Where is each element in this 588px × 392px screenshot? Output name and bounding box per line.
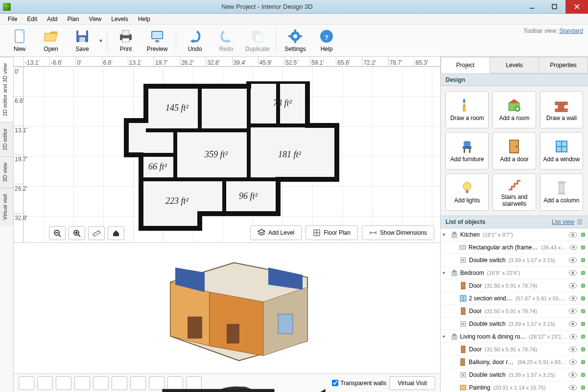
object-item-row[interactable]: Double switch (3.39 x 1.57 x 3.15) (441, 318, 588, 330)
expand-icon[interactable]: ▾ (443, 232, 448, 237)
redo-icon (218, 28, 234, 44)
show-dimensions-button[interactable]: Show Dimensions (362, 225, 434, 240)
menu-edit[interactable]: Edit (22, 15, 42, 24)
object-group-row[interactable]: ▾Kitchen (18'1" x 8'7") (441, 228, 588, 241)
object-item-row[interactable]: Door (31.50 x 5.91 x 78.74) (441, 343, 588, 356)
save-dropdown-caret[interactable]: ▾ (98, 37, 104, 44)
redo-button[interactable]: Redo (211, 26, 242, 55)
svg-marker-82 (509, 99, 519, 103)
tab-virtual[interactable]: Virtual visit (0, 188, 13, 226)
measure-button[interactable] (88, 226, 105, 240)
visibility-icon[interactable] (568, 257, 577, 264)
visibility-icon[interactable] (568, 384, 577, 391)
svg-point-136 (572, 322, 574, 325)
object-dimensions: (35.43 x 5... (541, 245, 567, 250)
object-name: Double switch (469, 320, 506, 327)
object-group-row[interactable]: ▾Living room & dining room (26'12" x 23'… (441, 330, 588, 343)
svg-rect-119 (451, 272, 457, 276)
svg-point-111 (572, 233, 574, 236)
add-stairs-button[interactable]: Stairs and stairwells (493, 173, 536, 211)
tab-2d[interactable]: 2D editor (0, 122, 13, 156)
tab-properties[interactable]: Properties (539, 57, 588, 74)
visibility-icon[interactable] (569, 295, 578, 302)
save-button[interactable]: Save (67, 26, 98, 55)
object-item-row[interactable]: Door (31.50 x 5.91 x 78.74) (441, 305, 588, 318)
list-view-toggle[interactable]: List view (552, 219, 583, 225)
object-item-row[interactable]: Painting (20.91 x 1.14 x 15.75) (441, 381, 588, 392)
add-door-button[interactable]: Add a door (493, 132, 536, 170)
visibility-icon[interactable] (568, 346, 577, 353)
minimize-button[interactable] (520, 0, 543, 14)
visibility-icon[interactable] (568, 270, 577, 276)
objects-list[interactable]: ▾Kitchen (18'1" x 8'7")Rectangular arch … (441, 228, 588, 392)
tab-levels[interactable]: Levels (490, 57, 539, 74)
sync-button[interactable] (19, 376, 34, 390)
floor-plan-canvas[interactable]: 0'6.6'13.1' 19.7'26.2'32.8' (14, 67, 440, 243)
tab-2d-3d[interactable]: 2D editor and 3D view (0, 57, 13, 122)
svg-point-132 (572, 310, 574, 312)
zoom-out-3d-button[interactable] (56, 376, 71, 390)
print-button[interactable]: Print (110, 26, 141, 55)
object-item-row[interactable]: 2 section window (57.87 x 5.91 x 55.91) (441, 292, 588, 305)
visibility-icon[interactable] (568, 371, 577, 378)
menu-levels[interactable]: Levels (106, 15, 133, 24)
zoom-in-3d-button[interactable] (74, 376, 90, 390)
tab-project[interactable]: Project (441, 57, 490, 74)
visibility-icon[interactable] (569, 359, 577, 366)
zoom-out-button[interactable] (49, 226, 66, 240)
draw-room-button[interactable]: Draw a room (446, 91, 489, 128)
object-item-row[interactable]: Double switch (3.39 x 1.57 x 3.15) (441, 254, 588, 267)
object-item-row[interactable]: Balkony, door right (84.25 x 5.91 x 83.4… (441, 356, 588, 368)
visibility-icon[interactable] (568, 308, 577, 315)
undo-icon (187, 28, 203, 44)
pan-button[interactable] (37, 376, 53, 390)
add-furniture-button[interactable]: Add furniture (446, 132, 489, 170)
menu-file[interactable]: File (3, 15, 22, 24)
virtual-visit-button[interactable]: Virtual Visit (389, 376, 435, 390)
settings-button[interactable]: Settings (280, 26, 311, 55)
maximize-button[interactable] (543, 0, 565, 14)
object-item-row[interactable]: Door (31.50 x 5.91 x 78.74) (441, 279, 588, 292)
duplicate-button[interactable]: Duplicate (242, 26, 273, 55)
svg-rect-101 (466, 190, 469, 193)
new-button[interactable]: New (4, 26, 35, 55)
visibility-icon[interactable] (568, 282, 577, 289)
open-button[interactable]: Open (35, 26, 67, 55)
floor-plan-button[interactable]: Floor Plan (306, 225, 358, 240)
add-window-button[interactable]: Add a window (540, 132, 583, 170)
object-dimensions: (31.50 x 5.91 x 78.74) (485, 346, 537, 352)
visibility-icon[interactable] (569, 244, 578, 251)
status-dot (581, 271, 585, 275)
right-panel: Project Levels Properties Design Draw a … (440, 57, 588, 392)
menu-help[interactable]: Help (133, 15, 155, 24)
draw-wall-button[interactable]: Draw a wall (540, 91, 583, 128)
add-room-button[interactable]: Add a room (493, 91, 536, 128)
visibility-icon[interactable] (568, 231, 577, 238)
expand-icon[interactable]: ▾ (443, 334, 448, 339)
menu-plan[interactable]: Plan (62, 15, 84, 24)
object-item-row[interactable]: Double switch (3.39 x 1.57 x 3.15) (441, 368, 588, 381)
menu-add[interactable]: Add (42, 15, 62, 24)
preview-button[interactable]: Preview (141, 26, 173, 55)
add-column-button[interactable]: Add a column (540, 173, 583, 211)
help-button[interactable]: ? Help (311, 26, 342, 55)
add-lights-button[interactable]: Add lights (446, 173, 489, 211)
3d-view-canvas[interactable]: Transparent walls Virtual Visit (14, 243, 440, 392)
rotate-left-button[interactable] (93, 376, 109, 390)
zoom-in-button[interactable] (69, 226, 85, 240)
object-item-row[interactable]: Rectangular arch (frameless) (35.43 x 5.… (441, 241, 588, 254)
menu-bar: File Edit Add Plan View Levels Help (0, 14, 588, 24)
object-group-row[interactable]: ▾Bedroom (16'9" x 22'4") (441, 267, 588, 279)
visibility-icon[interactable] (568, 320, 577, 327)
tab-3d[interactable]: 3D view (0, 156, 13, 188)
add-level-button[interactable]: Add Level (250, 225, 302, 240)
rotate-right-button[interactable] (112, 376, 127, 390)
painting-icon (459, 384, 467, 392)
expand-icon[interactable]: ▾ (443, 270, 448, 275)
toolbar-view-link[interactable]: Standard (559, 27, 583, 34)
visibility-icon[interactable] (569, 333, 577, 340)
menu-view[interactable]: View (84, 15, 106, 24)
undo-button[interactable]: Undo (179, 26, 211, 55)
close-button[interactable] (565, 0, 588, 14)
home-button[interactable] (108, 226, 124, 240)
